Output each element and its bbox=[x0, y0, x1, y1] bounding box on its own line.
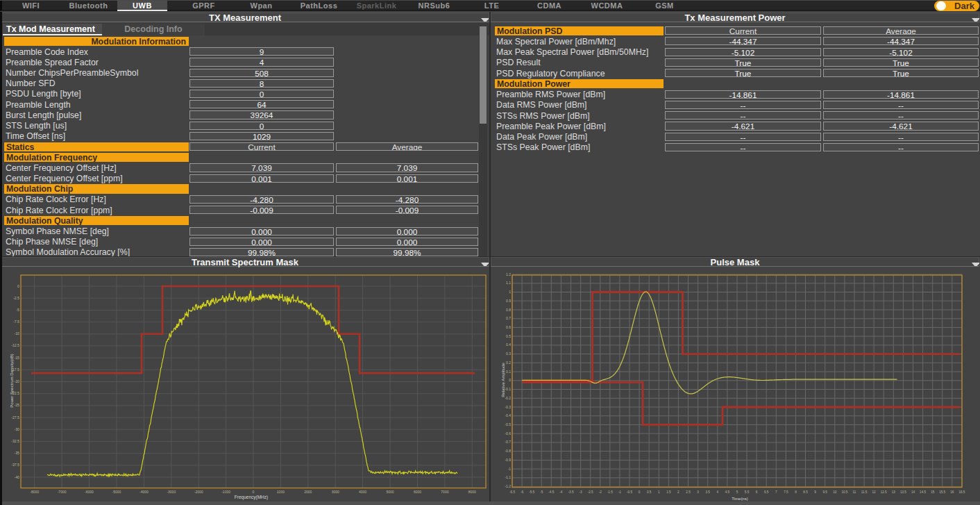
svg-text:-2000: -2000 bbox=[194, 490, 203, 494]
svg-text:3.5: 3.5 bbox=[706, 490, 711, 494]
svg-text:-0.5: -0.5 bbox=[627, 490, 632, 494]
svg-text:0: 0 bbox=[253, 490, 255, 494]
svg-text:-0.1: -0.1 bbox=[505, 387, 511, 391]
svg-text:-5.5: -5.5 bbox=[529, 490, 534, 494]
svg-text:1.1: 1.1 bbox=[506, 281, 511, 285]
svg-text:6000: 6000 bbox=[414, 490, 421, 494]
svg-text:-1: -1 bbox=[618, 490, 622, 494]
svg-text:1.5: 1.5 bbox=[666, 490, 671, 494]
svg-text:-0.8: -0.8 bbox=[505, 449, 511, 453]
svg-text:14.5: 14.5 bbox=[920, 490, 926, 494]
svg-text:11: 11 bbox=[853, 490, 856, 494]
svg-text:-7000: -7000 bbox=[58, 490, 67, 494]
svg-text:-2: -2 bbox=[599, 490, 602, 494]
svg-text:-10: -10 bbox=[15, 331, 20, 336]
svg-text:-4000: -4000 bbox=[140, 490, 149, 494]
svg-text:11.5: 11.5 bbox=[861, 490, 868, 494]
svg-text:6: 6 bbox=[756, 490, 758, 494]
svg-text:-3: -3 bbox=[580, 490, 583, 494]
svg-text:-0.6: -0.6 bbox=[505, 431, 511, 436]
svg-text:-15: -15 bbox=[15, 356, 20, 360]
svg-text:-4: -4 bbox=[559, 490, 563, 494]
svg-text:0.8: 0.8 bbox=[506, 308, 511, 312]
svg-text:8000: 8000 bbox=[468, 490, 476, 494]
svg-text:Relative Amplitude: Relative Amplitude bbox=[501, 362, 505, 397]
svg-text:10: 10 bbox=[833, 490, 837, 494]
svg-text:-1000: -1000 bbox=[221, 490, 230, 494]
svg-text:-0.7: -0.7 bbox=[505, 440, 511, 444]
svg-text:Time(ns): Time(ns) bbox=[732, 497, 747, 501]
svg-text:-40: -40 bbox=[15, 475, 20, 479]
svg-text:16.5: 16.5 bbox=[958, 490, 965, 494]
svg-text:0: 0 bbox=[639, 490, 641, 494]
svg-text:-35: -35 bbox=[15, 451, 20, 455]
svg-text:-3000: -3000 bbox=[167, 490, 176, 494]
svg-text:7000: 7000 bbox=[441, 490, 448, 494]
svg-text:1.2: 1.2 bbox=[506, 272, 511, 276]
svg-text:-25: -25 bbox=[15, 403, 20, 407]
svg-text:12: 12 bbox=[872, 490, 877, 494]
svg-text:0.5: 0.5 bbox=[647, 490, 652, 494]
svg-text:0.1: 0.1 bbox=[506, 370, 511, 374]
svg-text:-12.5: -12.5 bbox=[11, 343, 19, 347]
svg-text:9: 9 bbox=[814, 490, 816, 494]
svg-text:-6.5: -6.5 bbox=[509, 490, 515, 494]
svg-text:-1.1: -1.1 bbox=[505, 475, 511, 479]
svg-text:-2.5: -2.5 bbox=[588, 490, 593, 494]
svg-text:3000: 3000 bbox=[332, 490, 339, 494]
svg-text:-3.5: -3.5 bbox=[568, 490, 574, 494]
svg-text:Power Spectrum Density(dB): Power Spectrum Density(dB) bbox=[10, 354, 14, 407]
svg-text:-37.5: -37.5 bbox=[11, 463, 19, 467]
svg-text:-7.5: -7.5 bbox=[13, 320, 19, 324]
svg-text:0.9: 0.9 bbox=[506, 299, 511, 303]
svg-text:5: 5 bbox=[736, 490, 738, 494]
svg-text:1: 1 bbox=[658, 490, 660, 494]
svg-text:-0.4: -0.4 bbox=[505, 413, 511, 417]
svg-text:13.5: 13.5 bbox=[900, 490, 906, 494]
svg-text:7: 7 bbox=[775, 490, 777, 494]
svg-text:-0.2: -0.2 bbox=[505, 396, 511, 400]
svg-text:-5: -5 bbox=[540, 490, 543, 494]
svg-text:-32.5: -32.5 bbox=[11, 439, 19, 443]
svg-text:13: 13 bbox=[892, 490, 896, 494]
svg-text:8.5: 8.5 bbox=[803, 490, 808, 494]
svg-text:14: 14 bbox=[911, 490, 915, 494]
svg-text:-17.5: -17.5 bbox=[11, 367, 19, 372]
svg-text:Frequency(MHz): Frequency(MHz) bbox=[235, 495, 268, 500]
svg-text:10.5: 10.5 bbox=[841, 490, 847, 494]
svg-text:9.5: 9.5 bbox=[823, 490, 828, 494]
svg-text:15: 15 bbox=[931, 490, 935, 494]
svg-text:-8000: -8000 bbox=[30, 490, 39, 494]
svg-text:0.2: 0.2 bbox=[506, 361, 511, 365]
svg-text:-1.5: -1.5 bbox=[607, 490, 613, 494]
svg-text:-5000: -5000 bbox=[112, 490, 121, 494]
svg-text:2000: 2000 bbox=[304, 490, 312, 494]
svg-text:-1: -1 bbox=[508, 467, 512, 471]
svg-text:-6000: -6000 bbox=[85, 490, 94, 494]
svg-text:7.5: 7.5 bbox=[784, 490, 788, 494]
svg-text:12.5: 12.5 bbox=[881, 490, 887, 494]
svg-text:3: 3 bbox=[697, 490, 699, 494]
svg-text:-22.5: -22.5 bbox=[11, 391, 19, 395]
svg-text:2: 2 bbox=[677, 490, 679, 494]
svg-text:-30: -30 bbox=[15, 427, 20, 431]
svg-text:6.5: 6.5 bbox=[764, 490, 769, 494]
svg-text:8: 8 bbox=[795, 490, 797, 494]
svg-text:15.5: 15.5 bbox=[939, 490, 945, 494]
svg-text:4000: 4000 bbox=[359, 490, 366, 494]
svg-text:2.5: 2.5 bbox=[686, 490, 691, 494]
svg-text:16: 16 bbox=[950, 490, 954, 494]
svg-text:5000: 5000 bbox=[387, 490, 394, 494]
svg-text:4: 4 bbox=[717, 490, 719, 494]
svg-text:-6: -6 bbox=[521, 490, 524, 494]
svg-text:0.5: 0.5 bbox=[506, 334, 511, 338]
svg-text:0: 0 bbox=[509, 378, 511, 382]
svg-text:-27.5: -27.5 bbox=[11, 415, 19, 420]
svg-text:0: 0 bbox=[17, 284, 19, 288]
svg-text:1: 1 bbox=[509, 290, 511, 294]
svg-text:4.5: 4.5 bbox=[725, 490, 730, 494]
svg-text:-0.9: -0.9 bbox=[505, 458, 511, 462]
svg-text:-0.3: -0.3 bbox=[505, 405, 511, 409]
svg-text:-1.2: -1.2 bbox=[505, 484, 511, 488]
svg-text:0.3: 0.3 bbox=[506, 351, 511, 356]
